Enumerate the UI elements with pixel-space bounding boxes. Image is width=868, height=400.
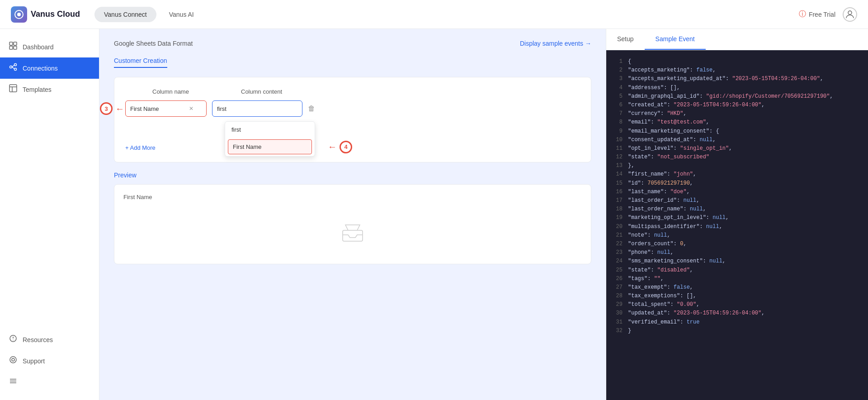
sidebar-label-resources: Resources [23, 336, 53, 343]
dropdown-menu: first First Name ← 4 [225, 121, 315, 157]
display-events-link[interactable]: Display sample events → [520, 40, 591, 47]
step4-arrow: ← [328, 142, 337, 152]
empty-inbox-icon [342, 224, 363, 246]
tab-sample-event[interactable]: Sample Event [645, 29, 706, 50]
content-area: Google Sheets Data Format Display sample… [99, 29, 868, 400]
sidebar-item-resources[interactable]: Resources [0, 329, 99, 350]
step3-indicator: 3 ← [100, 102, 124, 115]
delete-row-button[interactable]: 🗑 [308, 105, 315, 113]
step4-indicator: ← 4 [328, 141, 352, 153]
svg-rect-3 [9, 42, 13, 45]
code-line: 20 "multipass_identifier": null, [613, 223, 861, 231]
right-tabs: Setup Sample Event [606, 29, 868, 50]
code-line: 3 "accepts_marketing_updated_at": "2023-… [613, 75, 861, 83]
templates-icon [9, 84, 17, 95]
resources-icon [9, 334, 17, 345]
preview-label[interactable]: Preview [114, 171, 591, 179]
preview-card: First Name [114, 184, 591, 264]
code-line: 7 "currency": "HKD", [613, 110, 861, 118]
arrow-icon: → [585, 40, 591, 47]
code-line: 16 "last_name": "doe", [613, 188, 861, 196]
sidebar-item-menu[interactable] [0, 371, 99, 393]
free-trial-label: Free Trial [809, 11, 835, 18]
column-name-value: First Name [130, 105, 159, 112]
svg-rect-23 [343, 230, 363, 241]
info-icon: ⓘ [799, 10, 806, 19]
svg-point-19 [12, 358, 14, 361]
dashboard-icon [9, 42, 17, 52]
customer-creation-tab[interactable]: Customer Creation [114, 54, 167, 68]
sidebar-item-templates[interactable]: Templates [0, 79, 99, 100]
code-line: 10 "consent_updated_at": null, [613, 136, 861, 144]
form-row-headers: Column name Column content [125, 88, 580, 95]
sidebar-label-dashboard: Dashboard [23, 43, 54, 51]
code-line: 26 "tags": "", [613, 275, 861, 283]
col-content-header: Column content [241, 88, 580, 95]
column-name-display[interactable]: First Name ✕ [125, 100, 207, 117]
form-card: Column name Column content 3 ← [114, 77, 591, 162]
tab-setup[interactable]: Setup [606, 29, 645, 50]
nav-tabs: Vanus Connect Vanus AI [94, 7, 203, 22]
svg-rect-12 [9, 85, 17, 92]
svg-rect-6 [14, 46, 17, 49]
svg-rect-4 [14, 42, 17, 45]
code-line: 23 "phone": null, [613, 248, 861, 257]
sidebar-label-connections: Connections [23, 65, 58, 72]
form-row-1: 3 ← First Name ✕ [125, 100, 580, 117]
right-panel: Setup Sample Event 1{2 "accepts_marketin… [606, 29, 868, 400]
support-icon [9, 356, 17, 366]
sidebar: Dashboard Connections [0, 29, 99, 400]
code-line: 30 "updated_at": "2023-05-15T04:59:26-04… [613, 309, 861, 318]
svg-line-11 [12, 67, 14, 69]
code-line: 11 "opt_in_level": "single_opt_in", [613, 144, 861, 153]
step3-arrow: ← [115, 104, 124, 114]
code-line: 14 "first_name": "john", [613, 170, 861, 179]
logo-area: Vanus Cloud [11, 6, 80, 23]
code-line: 6 "created_at": "2023-05-15T04:59:26-04:… [613, 101, 861, 110]
sidebar-item-dashboard[interactable]: Dashboard [0, 36, 99, 57]
format-title: Google Sheets Data Format [114, 40, 193, 47]
code-line: 24 "sms_marketing_consent": null, [613, 257, 861, 266]
sidebar-item-support[interactable]: Support [0, 350, 99, 371]
main-layout: Dashboard Connections [0, 29, 868, 400]
preview-col-name: First Name [123, 194, 582, 200]
column-content-input[interactable] [212, 100, 302, 117]
nav-tab-connect[interactable]: Vanus Connect [94, 7, 156, 22]
svg-point-8 [14, 64, 17, 66]
svg-point-7 [10, 66, 12, 68]
code-line: 32} [613, 327, 861, 335]
svg-point-9 [14, 68, 17, 71]
svg-rect-5 [9, 46, 13, 49]
clear-column-name-button[interactable]: ✕ [189, 105, 193, 112]
dropdown-item-first[interactable]: first [225, 122, 315, 138]
format-header: Google Sheets Data Format Display sample… [114, 40, 591, 47]
svg-point-2 [848, 11, 852, 14]
code-line: 13 }, [613, 162, 861, 170]
logo-text: Vanus Cloud [31, 10, 80, 19]
step3-number: 3 [104, 105, 108, 112]
svg-line-10 [12, 65, 14, 67]
dropdown-item-firstname[interactable]: First Name ← 4 [228, 139, 312, 154]
code-line: 8 "email": "test@test.com", [613, 118, 861, 127]
sidebar-item-connections[interactable]: Connections [0, 57, 99, 79]
code-line: 21 "note": null, [613, 231, 861, 240]
app-container: Vanus Cloud Vanus Connect Vanus AI ⓘ Fre… [0, 0, 868, 400]
code-line: 15 "id": 7056921297190, [613, 179, 861, 188]
user-avatar[interactable] [843, 7, 857, 22]
code-line: 2 "accepts_marketing": false, [613, 66, 861, 75]
code-line: 18 "last_order_name": null, [613, 205, 861, 214]
code-line: 9 "email_marketing_consent": { [613, 127, 861, 136]
dropdown-item-first-label: first [231, 126, 241, 133]
preview-section: Preview First Name [114, 171, 591, 264]
code-line: 12 "state": "not_subscribed" [613, 153, 861, 162]
topbar: Vanus Cloud Vanus Connect Vanus AI ⓘ Fre… [0, 0, 868, 29]
step4-badge: 4 [340, 141, 352, 153]
left-panel: Google Sheets Data Format Display sample… [99, 29, 606, 400]
dropdown-item-firstname-label: First Name [233, 143, 262, 150]
nav-tab-ai[interactable]: Vanus AI [160, 7, 203, 22]
step3-badge: 3 [100, 102, 113, 115]
column-name-input-wrapper: First Name ✕ [125, 100, 207, 117]
two-col-layout: Google Sheets Data Format Display sample… [99, 29, 868, 400]
add-more-button[interactable]: + Add More [125, 144, 156, 151]
free-trial-button[interactable]: ⓘ Free Trial [799, 10, 835, 19]
